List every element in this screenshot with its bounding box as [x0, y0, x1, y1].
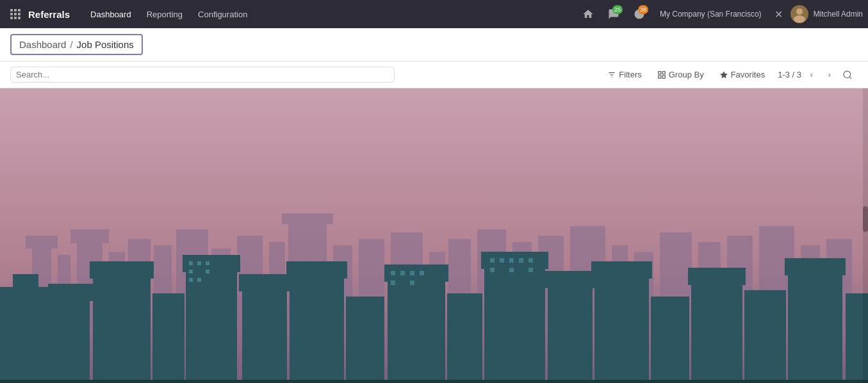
- svg-rect-65: [189, 270, 193, 273]
- scroll-indicator[interactable]: [863, 88, 868, 383]
- svg-rect-76: [391, 271, 395, 275]
- svg-rect-85: [490, 258, 495, 263]
- svg-rect-89: [528, 258, 533, 263]
- scroll-thumb[interactable]: [863, 206, 868, 232]
- svg-rect-68: [197, 278, 201, 282]
- svg-rect-56: [48, 284, 93, 301]
- filters-label: Filters: [619, 70, 641, 79]
- chat-icon[interactable]: 25: [603, 4, 624, 24]
- favorites-label: Favorites: [731, 70, 765, 79]
- svg-point-19: [844, 71, 851, 78]
- svg-rect-80: [391, 281, 395, 285]
- svg-rect-86: [500, 258, 504, 263]
- next-page-button[interactable]: ›: [822, 67, 837, 83]
- svg-rect-26: [70, 229, 109, 243]
- svg-line-20: [849, 77, 851, 79]
- svg-rect-67: [189, 278, 193, 282]
- svg-rect-73: [346, 297, 384, 383]
- group-by-button[interactable]: Group By: [650, 65, 712, 85]
- nav-right-area: 25 38 My Company (San Francisco) ✕ Mitch…: [578, 4, 863, 24]
- svg-rect-79: [420, 271, 424, 275]
- breadcrumb: Dashboard / Job Positions: [10, 34, 143, 55]
- svg-rect-7: [14, 17, 17, 19]
- nav-configuration[interactable]: Configuration: [190, 0, 255, 28]
- svg-rect-95: [594, 277, 649, 383]
- breadcrumb-bar: Dashboard / Job Positions: [0, 28, 868, 61]
- svg-rect-77: [400, 271, 405, 275]
- activity-icon[interactable]: 38: [629, 4, 650, 24]
- svg-rect-54: [13, 274, 38, 288]
- svg-rect-90: [490, 268, 495, 272]
- svg-rect-74: [388, 281, 445, 383]
- pagination: 1-3 / 3 ‹ ›: [778, 67, 837, 83]
- svg-rect-16: [662, 71, 665, 74]
- svg-rect-102: [785, 258, 846, 275]
- svg-rect-101: [788, 274, 842, 383]
- apps-menu-icon[interactable]: [5, 4, 26, 24]
- svg-rect-88: [519, 258, 523, 263]
- search-input[interactable]: [10, 67, 395, 83]
- toolbar: Filters Group By Favorites 1-3 / 3 ‹ ›: [0, 61, 868, 88]
- avatar[interactable]: [790, 5, 808, 23]
- svg-rect-70: [239, 274, 290, 291]
- svg-rect-96: [591, 261, 652, 279]
- group-by-label: Group By: [669, 70, 704, 79]
- city-background: ◆ ◆ ◆ ◆ ◆ ◆ ◆ ◆ ◆ ◆ ◆ ◆ ◆ ◆ ◆ ◆ ◆ ◆ ◆ ◆ …: [0, 88, 868, 383]
- svg-rect-87: [509, 258, 514, 263]
- breadcrumb-current: Job Positions: [77, 39, 134, 50]
- prev-page-button[interactable]: ‹: [804, 67, 819, 83]
- svg-rect-98: [691, 284, 742, 383]
- svg-rect-60: [186, 271, 237, 383]
- svg-rect-104: [0, 380, 868, 383]
- tools-icon[interactable]: ✕: [772, 8, 785, 20]
- nav-reporting[interactable]: Reporting: [139, 0, 190, 28]
- svg-rect-99: [688, 268, 746, 285]
- svg-rect-62: [189, 261, 193, 265]
- main-content: ◆ ◆ ◆ ◆ ◆ ◆ ◆ ◆ ◆ ◆ ◆ ◆ ◆ ◆ ◆ ◆ ◆ ◆ ◆ ◆ …: [0, 88, 868, 383]
- svg-rect-92: [528, 268, 533, 272]
- svg-rect-94: [545, 271, 596, 288]
- svg-rect-2: [18, 9, 20, 12]
- svg-rect-55: [51, 300, 90, 383]
- svg-rect-5: [18, 13, 20, 15]
- chat-badge: 25: [612, 5, 623, 14]
- home-icon[interactable]: [578, 4, 598, 24]
- activity-badge: 38: [638, 5, 648, 14]
- svg-rect-18: [662, 76, 665, 78]
- svg-rect-58: [90, 261, 154, 279]
- svg-rect-72: [286, 261, 347, 279]
- svg-rect-8: [18, 17, 20, 19]
- filters-button[interactable]: Filters: [600, 65, 649, 85]
- breadcrumb-parent[interactable]: Dashboard: [19, 39, 66, 50]
- svg-rect-69: [242, 290, 287, 383]
- top-navigation: Referrals Dashboard Reporting Configurat…: [0, 0, 868, 28]
- svg-point-10: [796, 8, 803, 15]
- company-name[interactable]: My Company (San Francisco): [655, 10, 767, 19]
- svg-rect-59: [152, 293, 184, 383]
- svg-rect-1: [14, 9, 17, 12]
- svg-rect-57: [93, 277, 151, 383]
- nav-dashboard[interactable]: Dashboard: [83, 0, 139, 28]
- svg-rect-91: [509, 268, 514, 272]
- svg-rect-15: [659, 71, 661, 74]
- svg-rect-3: [10, 13, 13, 15]
- svg-rect-82: [447, 293, 482, 383]
- svg-rect-63: [197, 261, 201, 265]
- svg-rect-93: [548, 287, 593, 383]
- svg-rect-81: [410, 281, 414, 285]
- svg-point-11: [794, 15, 805, 23]
- svg-rect-71: [290, 277, 344, 383]
- svg-rect-100: [744, 290, 786, 383]
- svg-rect-97: [651, 297, 689, 383]
- svg-rect-35: [282, 213, 333, 224]
- favorites-button[interactable]: Favorites: [712, 65, 773, 85]
- breadcrumb-separator: /: [70, 39, 72, 50]
- svg-rect-53: [0, 287, 51, 383]
- svg-rect-78: [410, 271, 414, 275]
- username[interactable]: Mitchell Admin: [814, 10, 863, 19]
- svg-rect-17: [659, 76, 661, 78]
- svg-rect-23: [26, 236, 58, 249]
- svg-rect-6: [10, 17, 13, 19]
- search-toggle-button[interactable]: [837, 65, 858, 85]
- svg-rect-66: [206, 270, 209, 273]
